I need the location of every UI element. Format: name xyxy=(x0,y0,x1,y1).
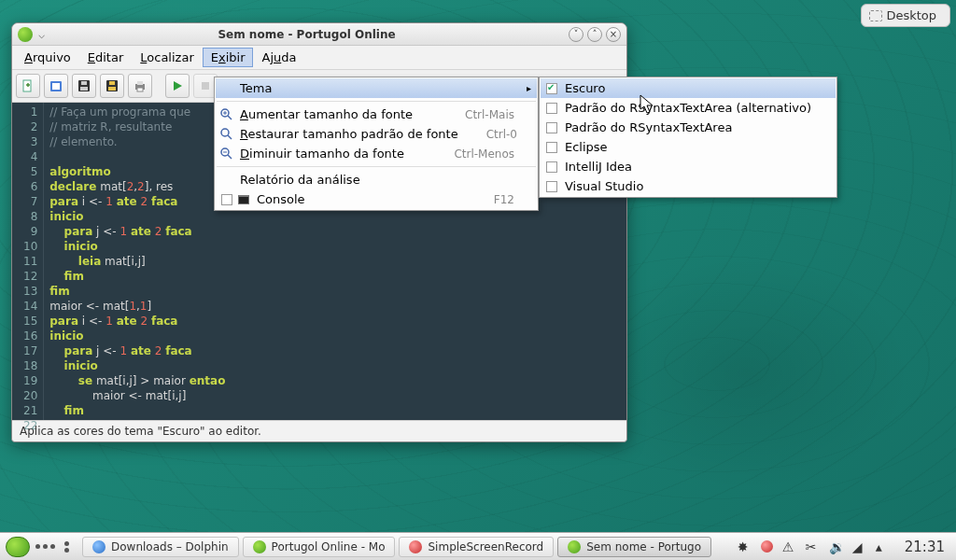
menu-zoom-reset[interactable]: Restaurar tamanho padrão de fonteCtrl-0 xyxy=(216,124,537,144)
tema-option[interactable]: Escuro xyxy=(541,78,836,98)
svg-rect-2 xyxy=(52,83,60,90)
warning-icon[interactable]: ⚠ xyxy=(782,539,796,553)
tema-option[interactable]: Visual Studio xyxy=(541,176,836,196)
tema-submenu: EscuroPadrão do RSyntaxTextArea (alterna… xyxy=(539,77,837,198)
theme-checkbox xyxy=(546,103,557,114)
open-file-button[interactable] xyxy=(44,74,68,98)
console-checkbox xyxy=(221,194,232,205)
menu-zoom-out[interactable]: Diminuir tamanho da fonteCtrl-Menos xyxy=(216,144,537,163)
svg-rect-12 xyxy=(202,82,209,90)
taskbar-item[interactable]: Sem nome - Portugo xyxy=(557,537,711,557)
desktop-switcher[interactable]: Desktop xyxy=(861,4,950,27)
console-icon xyxy=(236,192,251,207)
theme-checkbox xyxy=(546,161,557,173)
save-button[interactable] xyxy=(72,74,96,98)
tema-option[interactable]: Padrão do RSyntaxTextArea (alternativo) xyxy=(541,98,836,118)
taskbar-item[interactable]: Portugol Online - Mo xyxy=(243,537,396,557)
zoom-reset-icon xyxy=(219,127,234,142)
theme-checkbox xyxy=(546,181,557,192)
clock[interactable]: 21:31 xyxy=(905,539,945,555)
save-as-button[interactable] xyxy=(100,74,124,98)
app-icon xyxy=(18,27,33,42)
clipboard-icon[interactable]: ✂ xyxy=(806,539,820,553)
menubar: Arquivo Editar Localizar Exibir Ajuda xyxy=(12,46,626,70)
tema-option[interactable]: IntelliJ Idea xyxy=(541,157,836,176)
menu-tema[interactable]: Tema▸ xyxy=(216,78,537,98)
menu-editar[interactable]: Editar xyxy=(79,48,133,67)
titlebar[interactable]: ⌵ Sem nome - Portugol Online ˅ ˄ × xyxy=(12,23,626,46)
svg-rect-5 xyxy=(81,81,87,85)
menu-relatorio[interactable]: Relatório da análise xyxy=(216,170,537,189)
menu-arquivo[interactable]: Arquivo xyxy=(16,48,79,67)
menu-localizar[interactable]: Localizar xyxy=(132,48,202,67)
exibir-dropdown: Tema▸ Aumentar tamanho da fonteCtrl-Mais… xyxy=(214,77,539,211)
menu-ajuda[interactable]: Ajuda xyxy=(253,48,304,67)
task-icon xyxy=(253,540,266,553)
svg-rect-0 xyxy=(23,80,31,91)
taskbar: Downloads – DolphinPortugol Online - MoS… xyxy=(0,532,956,560)
zoom-out-icon xyxy=(219,147,234,161)
svg-rect-17 xyxy=(239,197,248,203)
task-icon xyxy=(92,540,105,553)
svg-rect-4 xyxy=(80,87,88,91)
run-button[interactable] xyxy=(165,74,190,98)
svg-rect-11 xyxy=(137,88,143,91)
svg-rect-7 xyxy=(108,87,116,91)
start-button[interactable] xyxy=(6,537,30,557)
close-button[interactable]: × xyxy=(606,27,621,42)
updates-icon[interactable]: ✸ xyxy=(738,539,752,553)
new-file-button[interactable] xyxy=(16,74,40,98)
maximize-button[interactable]: ˄ xyxy=(587,27,602,42)
print-button[interactable] xyxy=(128,74,152,98)
tray-expand-icon[interactable]: ▴ xyxy=(876,539,890,553)
taskbar-item[interactable]: SimpleScreenRecord xyxy=(399,537,554,557)
pin-icon[interactable]: ⌵ xyxy=(38,28,45,41)
theme-checkbox xyxy=(546,142,557,153)
taskbar-item[interactable]: Downloads – Dolphin xyxy=(82,537,239,557)
tema-option[interactable]: Padrão do RSyntaxTextArea xyxy=(541,118,836,137)
volume-icon[interactable]: 🔉 xyxy=(829,539,843,553)
menu-zoom-in[interactable]: Aumentar tamanho da fonteCtrl-Mais xyxy=(216,105,537,124)
tema-option[interactable]: Eclipse xyxy=(541,137,836,157)
theme-checkbox xyxy=(546,83,557,94)
activity-dots[interactable] xyxy=(35,544,55,549)
window-title: Sem nome - Portugol Online xyxy=(45,28,569,41)
line-gutter: 12345678910111213141516171819202122 xyxy=(12,103,44,420)
menu-console[interactable]: ConsoleF12 xyxy=(216,189,537,209)
zoom-in-icon xyxy=(219,107,234,122)
svg-point-14 xyxy=(221,129,229,136)
svg-rect-10 xyxy=(137,81,143,85)
task-icon xyxy=(568,540,581,553)
network-icon[interactable]: ◢ xyxy=(852,539,866,553)
status-bar: Aplica as cores do tema "Escuro" ao edit… xyxy=(12,420,626,441)
theme-checkbox xyxy=(546,122,557,133)
menu-exibir[interactable]: Exibir xyxy=(203,48,254,67)
pager[interactable] xyxy=(64,541,69,553)
minimize-button[interactable]: ˅ xyxy=(569,27,583,42)
record-icon[interactable] xyxy=(761,540,773,553)
svg-rect-8 xyxy=(109,81,115,85)
system-tray: ✸ ⚠ ✂ 🔉 ◢ ▴ 21:31 xyxy=(738,539,956,555)
task-icon xyxy=(409,540,422,553)
